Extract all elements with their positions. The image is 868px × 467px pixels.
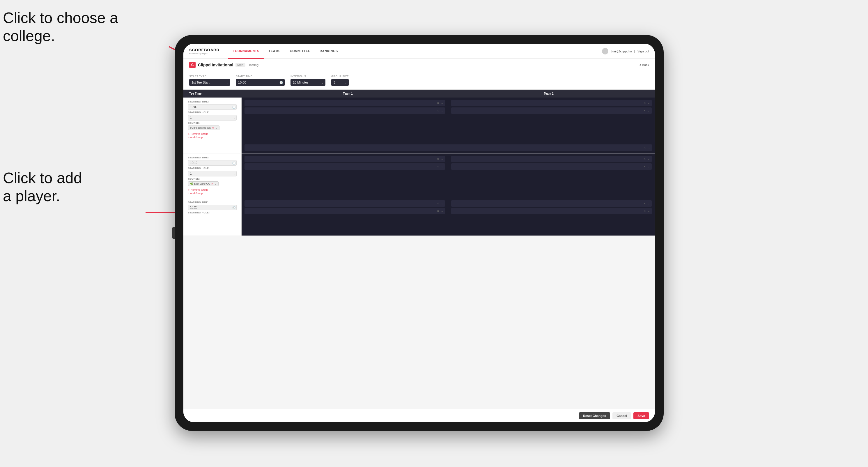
starting-hole-select-2[interactable]: 1 <box>188 171 237 177</box>
nav-link-rankings[interactable]: RANKINGS <box>315 44 343 59</box>
player-slot-2-1[interactable]: ✕ ⌄ <box>451 100 652 106</box>
slot-chevron-icon-1-1[interactable]: ⌄ <box>441 102 443 104</box>
back-button[interactable]: < Back <box>639 63 649 67</box>
slot-x-icon-6-1[interactable]: ✕ <box>644 202 646 205</box>
player-slot-4-1[interactable]: ✕ ⌄ <box>451 156 652 162</box>
team1-cell-3: ✕ ⌄ ✕ ⌄ <box>242 198 448 236</box>
starting-hole-label-2: STARTING HOLE: <box>188 167 237 169</box>
player-slot-5-2[interactable]: ✕ ⌄ <box>245 208 445 214</box>
slot-x-icon-1-1[interactable]: ✕ <box>437 102 439 104</box>
add-group-btn-2[interactable]: + Add Group <box>188 192 237 195</box>
nav-link-tournaments[interactable]: TOURNAMENTS <box>228 44 264 59</box>
save-button[interactable]: Save <box>633 412 649 419</box>
extra-slot-x-1[interactable]: ✕ <box>644 146 646 149</box>
player-slot-6-2[interactable]: ✕ ⌄ <box>451 208 652 214</box>
team1-cell-2: ✕ ⌄ ✕ ⌄ <box>242 153 448 198</box>
group-row-1: STARTING TIME: 🕙 STARTING HOLE: 1 COURSE… <box>183 97 655 142</box>
player-slot-6-1[interactable]: ✕ ⌄ <box>451 200 652 207</box>
clock-icon: 🕙 <box>279 81 283 84</box>
col-team2: Team 2 <box>448 92 649 95</box>
starting-hole-wrapper-1: 1 <box>188 115 237 121</box>
slot-chevron-icon-4-1[interactable]: ⌄ <box>648 157 650 160</box>
group-size-select[interactable]: 3 <box>331 79 349 86</box>
slot-chevron-icon-1-2[interactable]: ⌄ <box>441 109 443 112</box>
player-slot-1-1[interactable]: ✕ ⌄ <box>245 100 445 106</box>
group-size-label: Group Size <box>331 75 349 78</box>
remove-group-btn-1[interactable]: ○ Remove Group <box>188 132 237 135</box>
start-time-group: Start Time 🕙 <box>236 75 285 86</box>
intervals-label: Intervals <box>290 75 326 78</box>
course-tag-1[interactable]: (A) Peachtree GC ✕ ⌄ <box>188 125 219 130</box>
slot-x-icon-4-2[interactable]: ✕ <box>644 165 646 168</box>
slot-chevron-icon-6-2[interactable]: ⌄ <box>648 210 650 213</box>
starting-time-input-3[interactable] <box>188 205 237 210</box>
slot-chevron-icon-5-2[interactable]: ⌄ <box>441 210 443 213</box>
remove-icon-2: ○ <box>188 188 189 191</box>
annotation-add-player: Click to adda player. <box>3 169 82 205</box>
extra-slot-1-1[interactable]: ✕ ⌄ <box>245 145 652 151</box>
course-row-1: (A) Peachtree GC ✕ ⌄ <box>188 125 237 130</box>
starting-time-input-1[interactable] <box>188 104 237 110</box>
navbar: SCOREBOARD Powered by clippd TOURNAMENTS… <box>183 44 655 59</box>
intervals-select[interactable]: 10 Minutes <box>290 79 326 86</box>
intervals-group: Intervals 10 Minutes <box>290 75 326 86</box>
player-slot-3-2[interactable]: ✕ ⌄ <box>245 163 445 170</box>
reset-changes-button[interactable]: Reset Changes <box>579 412 610 419</box>
slot-chevron-icon-3-2[interactable]: ⌄ <box>441 165 443 168</box>
course-label-2: COURSE: <box>188 178 237 180</box>
slot-x-icon-5-2[interactable]: ✕ <box>437 210 439 213</box>
slot-chevron-icon-6-1[interactable]: ⌄ <box>648 202 650 205</box>
start-type-group: Start Type 1st Tee Start <box>189 75 230 86</box>
slot-x-icon-1-2[interactable]: ✕ <box>437 109 439 112</box>
slot-chevron-icon-2-2[interactable]: ⌄ <box>648 109 650 112</box>
starting-hole-wrapper-2: 1 <box>188 170 237 177</box>
slot-chevron-icon-2-1[interactable]: ⌄ <box>648 102 650 104</box>
slot-chevron-icon-4-2[interactable]: ⌄ <box>648 165 650 168</box>
nav-link-committee[interactable]: COMMITTEE <box>285 44 315 59</box>
start-type-wrapper: 1st Tee Start <box>189 79 230 86</box>
nav-links: TOURNAMENTS TEAMS COMMITTEE RANKINGS <box>228 44 602 59</box>
player-slot-3-1[interactable]: ✕ ⌄ <box>245 156 445 162</box>
player-slot-1-2[interactable]: ✕ ⌄ <box>245 107 445 114</box>
page-header-left: C Clippd Invitational Men Hosting <box>189 62 258 68</box>
slot-x-icon-5-1[interactable]: ✕ <box>437 202 439 205</box>
course-tag-2[interactable]: 🌿 East Lake GC ✕ ⌄ <box>188 181 219 186</box>
start-type-label: Start Type <box>189 75 230 78</box>
nav-right: blair@clippd.io | Sign out <box>602 48 649 55</box>
sign-out-link[interactable]: Sign out <box>638 50 649 53</box>
starting-time-input-wrapper-2: 🕙 <box>188 160 237 166</box>
starting-hole-select-1[interactable]: 1 <box>188 115 237 121</box>
slot-x-icon-6-2[interactable]: ✕ <box>644 210 646 213</box>
page-footer: Reset Changes Cancel Save <box>183 409 655 422</box>
slot-x-icon-4-1[interactable]: ✕ <box>644 157 646 160</box>
start-type-select[interactable]: 1st Tee Start <box>189 79 230 86</box>
slot-x-icon-2-2[interactable]: ✕ <box>644 109 646 112</box>
starting-time-input-2[interactable] <box>188 160 237 166</box>
slot-chevron-icon-5-1[interactable]: ⌄ <box>441 202 443 205</box>
brand-sub: Powered by clippd <box>189 52 219 55</box>
course-remove-2[interactable]: ✕ <box>211 182 213 185</box>
course-remove-1[interactable]: ✕ <box>212 126 214 129</box>
player-slot-2-2[interactable]: ✕ ⌄ <box>451 107 652 114</box>
clock-icon-2: 🕙 <box>232 162 236 164</box>
remove-group-btn-2[interactable]: ○ Remove Group <box>188 188 237 191</box>
course-expand-1[interactable]: ⌄ <box>215 126 217 129</box>
tablet-screen: SCOREBOARD Powered by clippd TOURNAMENTS… <box>183 44 655 422</box>
tablet-side-button <box>172 227 175 239</box>
slot-x-icon-3-1[interactable]: ✕ <box>437 157 439 160</box>
nav-link-teams[interactable]: TEAMS <box>264 44 285 59</box>
player-slot-4-2[interactable]: ✕ ⌄ <box>451 163 652 170</box>
course-row-2: 🌿 East Lake GC ✕ ⌄ <box>188 181 237 186</box>
course-tag-text-2: East Lake GC <box>194 182 210 185</box>
slot-x-icon-2-1[interactable]: ✕ <box>644 102 646 104</box>
course-expand-2[interactable]: ⌄ <box>214 182 217 185</box>
add-group-btn-1[interactable]: + Add Group <box>188 136 237 139</box>
slot-x-icon-3-2[interactable]: ✕ <box>437 165 439 168</box>
user-email: blair@clippd.io <box>611 50 632 53</box>
cancel-button[interactable]: Cancel <box>613 412 631 419</box>
extra-slot-v-1[interactable]: ⌄ <box>648 146 650 149</box>
slot-chevron-icon-3-1[interactable]: ⌄ <box>441 157 443 160</box>
start-time-input[interactable] <box>236 79 285 86</box>
player-slot-5-1[interactable]: ✕ ⌄ <box>245 200 445 207</box>
group-1-meta: STARTING TIME: 🕙 STARTING HOLE: 1 COURSE… <box>183 97 242 142</box>
